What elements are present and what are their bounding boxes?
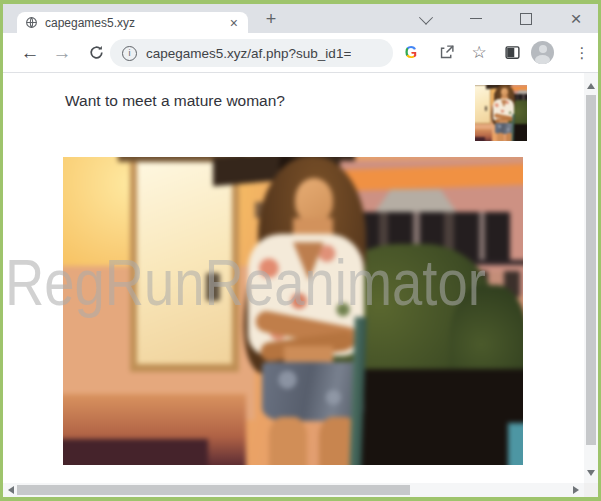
menu-kebab-icon[interactable]: ⋮ — [569, 33, 595, 72]
address-bar[interactable]: i capegames5.xyz/af.php?sub_id1= — [110, 39, 393, 67]
browser-window: capegames5.xyz × + × ← → i capegames5.xy… — [0, 0, 601, 501]
maximize-button[interactable] — [516, 9, 536, 29]
photo-art — [475, 85, 527, 141]
scroll-up-arrow-icon[interactable] — [587, 83, 595, 89]
scroll-left-arrow-icon[interactable] — [8, 486, 14, 494]
browser-toolbar: ← → i capegames5.xyz/af.php?sub_id1= G ☆ — [3, 33, 598, 73]
back-button[interactable]: ← — [16, 33, 44, 72]
side-panel-button[interactable] — [499, 33, 525, 72]
google-g-icon[interactable]: G — [399, 33, 423, 72]
window-controls: × — [416, 4, 592, 33]
main-photo[interactable] — [63, 157, 523, 465]
scrollbar-corner — [584, 483, 598, 497]
horizontal-scrollbar[interactable] — [3, 483, 584, 497]
share-button[interactable] — [433, 33, 459, 72]
tab-search-chevron-icon[interactable] — [416, 9, 436, 29]
minimize-button[interactable] — [466, 9, 486, 29]
tab-close-icon[interactable]: × — [228, 16, 240, 30]
reload-button[interactable] — [82, 33, 110, 72]
page-content: Want to meet a mature woman? RegRunReani — [3, 73, 584, 483]
bookmark-star-icon[interactable]: ☆ — [466, 33, 492, 72]
tab-title: capegames5.xyz — [45, 16, 228, 30]
photo-art — [63, 157, 523, 465]
vertical-scrollbar[interactable] — [584, 73, 598, 483]
tab-strip: capegames5.xyz × + × — [3, 4, 598, 33]
reload-icon — [88, 44, 105, 61]
side-panel-icon — [504, 44, 521, 61]
thumbnail-image[interactable] — [475, 85, 527, 141]
scroll-down-arrow-icon[interactable] — [587, 470, 595, 476]
vertical-scrollbar-thumb[interactable] — [586, 95, 596, 445]
forward-button[interactable]: → — [48, 33, 76, 72]
new-tab-button[interactable]: + — [258, 6, 284, 32]
scroll-right-arrow-icon[interactable] — [573, 486, 579, 494]
tab-capegames5[interactable]: capegames5.xyz × — [17, 12, 248, 33]
page-heading: Want to meet a mature woman? — [65, 92, 285, 110]
globe-favicon-icon — [25, 16, 38, 29]
window-close-button[interactable]: × — [566, 9, 586, 29]
profile-avatar[interactable] — [531, 41, 554, 64]
horizontal-scrollbar-thumb[interactable] — [17, 485, 410, 495]
site-info-icon[interactable]: i — [122, 46, 137, 61]
share-icon — [438, 44, 455, 61]
url-text: capegames5.xyz/af.php?sub_id1= — [146, 46, 351, 61]
